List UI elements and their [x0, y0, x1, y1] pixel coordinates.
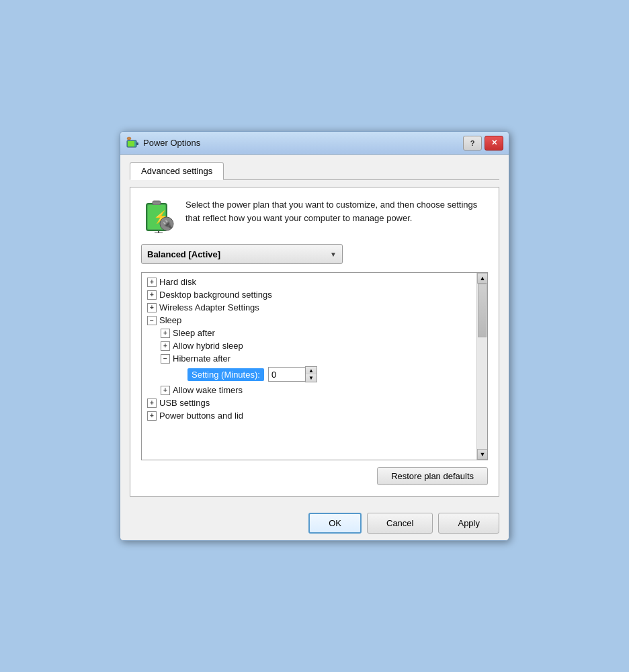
title-bar-buttons: ? ✕ [463, 136, 503, 151]
restore-btn-container: Restore plan defaults [141, 467, 488, 485]
spinner-up-button[interactable]: ▲ [306, 367, 317, 374]
ok-button[interactable]: OK [308, 513, 362, 534]
spinner-buttons: ▲ ▼ [305, 366, 317, 382]
scrollbar-track[interactable] [477, 284, 487, 449]
tree-item-sleep-after[interactable]: + Sleep after [142, 327, 476, 339]
content-area: ⚡ 🔌 Select the power plan that you want … [130, 187, 499, 497]
tree-item-power-buttons[interactable]: + Power buttons and lid [142, 409, 476, 422]
svg-point-3 [127, 137, 131, 140]
tree-label-wake-timers: Allow wake timers [173, 385, 243, 395]
scroll-down-button[interactable]: ▼ [477, 449, 488, 460]
title-bar-left: Power Options [126, 136, 200, 150]
tree-content: + Hard disk + Desktop background setting… [142, 273, 476, 460]
svg-rect-2 [128, 141, 134, 146]
expand-icon-wireless[interactable]: + [147, 303, 157, 312]
expand-icon-wake-timers[interactable]: + [161, 386, 170, 395]
tree-label-sleep: Sleep [159, 315, 181, 325]
intro-text: Select the power plan that you want to c… [185, 198, 488, 224]
svg-rect-1 [136, 142, 138, 145]
dropdown-arrow-icon: ▼ [330, 251, 337, 258]
plan-dropdown[interactable]: Balanced [Active] ▼ [141, 244, 343, 264]
expand-icon-hard-disk[interactable]: + [147, 278, 157, 287]
close-button[interactable]: ✕ [485, 136, 503, 151]
apply-button[interactable]: Apply [438, 513, 499, 534]
dialog-body: Advanced settings ⚡ [120, 155, 509, 506]
tree-item-usb[interactable]: + USB settings [142, 396, 476, 409]
power-options-dialog: Power Options ? ✕ Advanced settings [120, 131, 509, 541]
tree-item-wake-timers[interactable]: + Allow wake timers [142, 384, 476, 396]
svg-text:🔌: 🔌 [163, 219, 173, 229]
title-bar: Power Options ? ✕ [120, 132, 509, 155]
setting-row-minutes: Setting (Minutes): ▲ ▼ [142, 365, 476, 384]
power-icon [126, 136, 139, 150]
expand-icon-sleep[interactable]: − [147, 316, 157, 325]
tree-item-hibernate[interactable]: − Hibernate after [142, 352, 476, 365]
tab-advanced-settings[interactable]: Advanced settings [130, 162, 224, 180]
setting-minutes-input[interactable] [268, 367, 305, 382]
restore-plan-defaults-button[interactable]: Restore plan defaults [377, 467, 488, 485]
tree-item-desktop-bg[interactable]: + Desktop background settings [142, 288, 476, 301]
battery-icon-large: ⚡ 🔌 [141, 198, 176, 233]
scrollbar-thumb[interactable] [478, 284, 487, 337]
expand-icon-power-buttons[interactable]: + [147, 411, 157, 421]
intro-section: ⚡ 🔌 Select the power plan that you want … [141, 198, 488, 233]
help-button[interactable]: ? [463, 136, 482, 151]
tree-item-hard-disk[interactable]: + Hard disk [142, 276, 476, 288]
svg-rect-8 [153, 201, 161, 205]
expand-icon-usb[interactable]: + [147, 398, 157, 408]
expand-icon-hibernate[interactable]: − [161, 354, 170, 364]
spinner-down-button[interactable]: ▼ [306, 374, 317, 382]
tree-item-wireless[interactable]: + Wireless Adapter Settings [142, 301, 476, 314]
window-title: Power Options [143, 138, 200, 148]
expand-icon-desktop-bg[interactable]: + [147, 290, 157, 300]
tree-container: + Hard disk + Desktop background setting… [141, 272, 488, 460]
tree-item-hybrid-sleep[interactable]: + Allow hybrid sleep [142, 339, 476, 352]
scroll-up-button[interactable]: ▲ [477, 273, 488, 284]
tree-label-hibernate: Hibernate after [173, 353, 230, 364]
tree-item-sleep[interactable]: − Sleep [142, 314, 476, 327]
tree-label-hybrid-sleep: Allow hybrid sleep [173, 341, 243, 351]
tree-label-desktop-bg: Desktop background settings [159, 290, 272, 300]
tree-label-wireless: Wireless Adapter Settings [159, 302, 259, 312]
setting-minutes-label: Setting (Minutes): [187, 368, 264, 381]
tree-label-usb: USB settings [159, 398, 210, 408]
tree-label-hard-disk: Hard disk [159, 277, 196, 287]
expand-icon-hybrid-sleep[interactable]: + [161, 341, 170, 351]
tree-label-sleep-after: Sleep after [173, 328, 215, 338]
expand-icon-sleep-after[interactable]: + [161, 329, 170, 338]
scrollbar: ▲ ▼ [476, 273, 487, 460]
tree-label-power-buttons: Power buttons and lid [159, 411, 243, 421]
cancel-button[interactable]: Cancel [367, 513, 433, 534]
dialog-footer: OK Cancel Apply [120, 506, 509, 540]
tab-bar: Advanced settings [130, 161, 499, 180]
setting-input-container: ▲ ▼ [268, 366, 317, 382]
